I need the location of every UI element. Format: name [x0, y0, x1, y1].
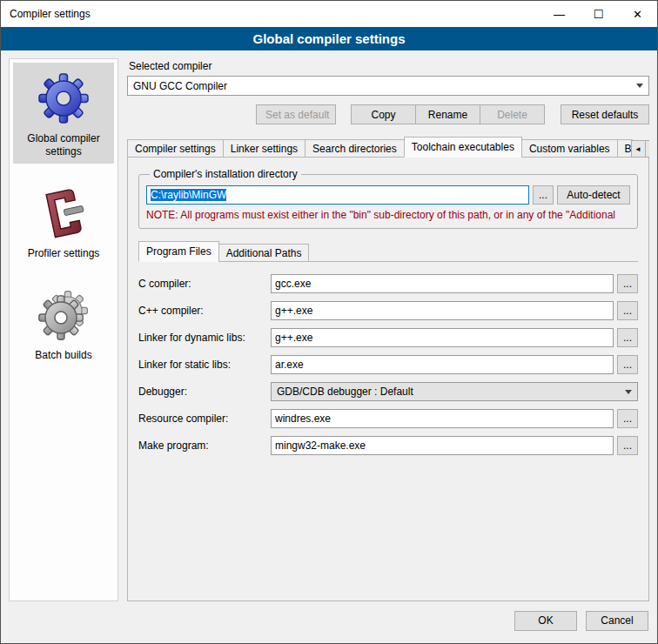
close-button[interactable]: ✕	[618, 2, 657, 27]
c-compiler-label: C compiler:	[138, 278, 271, 290]
debugger-label: Debugger:	[138, 386, 271, 398]
linker-static-label: Linker for static libs:	[138, 359, 271, 371]
selected-compiler-dropdown[interactable]: GNU GCC Compiler	[127, 76, 649, 96]
installation-directory-group-title: Compiler's installation directory	[150, 168, 301, 180]
maximize-icon: ☐	[594, 8, 604, 21]
installation-directory-group: Compiler's installation directory C:\ray…	[138, 168, 638, 229]
main-panel: Selected compiler GNU GCC Compiler Set a…	[127, 58, 649, 601]
sidebar-item-label: Profiler settings	[28, 247, 100, 260]
dialog-footer: OK Cancel	[1, 605, 657, 643]
installation-directory-row: C:\raylib\MinGW ... Auto-detect	[146, 185, 630, 205]
linker-static-input[interactable]: ar.exe	[271, 355, 614, 374]
gray-gear-icon	[37, 286, 91, 344]
c-compiler-browse-button[interactable]: ...	[617, 274, 638, 293]
compiler-settings-window: Compiler settings — ☐ ✕ Global compiler …	[0, 0, 658, 644]
dialog-body: Global compiler settings Profiler settin…	[1, 50, 657, 605]
category-sidebar: Global compiler settings Profiler settin…	[9, 58, 118, 601]
copy-button[interactable]: Copy	[351, 104, 416, 124]
profiler-clamp-icon	[38, 184, 89, 242]
tab-scroll-left-button[interactable]: ◄	[631, 140, 646, 158]
subtab-additional-paths[interactable]: Additional Paths	[218, 244, 310, 262]
tab-search-directories[interactable]: Search directories	[305, 139, 405, 158]
c-compiler-input[interactable]: gcc.exe	[271, 274, 614, 293]
program-files-tabstrip: Program Files Additional Paths	[138, 241, 638, 262]
form-row-c-compiler: C compiler: gcc.exe ...	[138, 274, 638, 293]
sidebar-item-global-compiler-settings[interactable]: Global compiler settings	[13, 63, 114, 164]
cpp-compiler-input[interactable]: g++.exe	[271, 301, 614, 320]
rename-button[interactable]: Rename	[415, 104, 480, 124]
cpp-compiler-label: C++ compiler:	[138, 305, 271, 317]
linker-static-browse-button[interactable]: ...	[617, 355, 638, 374]
selected-compiler-label: Selected compiler	[129, 60, 649, 72]
auto-detect-button[interactable]: Auto-detect	[557, 185, 630, 205]
make-program-label: Make program:	[138, 439, 271, 452]
form-row-make-program: Make program: mingw32-make.exe ...	[138, 436, 638, 455]
close-icon: ✕	[633, 8, 642, 21]
resource-compiler-browse-button[interactable]: ...	[617, 409, 638, 428]
maximize-button[interactable]: ☐	[579, 2, 618, 27]
compiler-button-row: Set as default Copy Rename Delete Reset …	[127, 104, 649, 124]
form-row-cpp-compiler: C++ compiler: g++.exe ...	[138, 301, 638, 320]
debugger-dropdown[interactable]: GDB/CDB debugger : Default	[271, 382, 638, 401]
tab-linker-settings[interactable]: Linker settings	[223, 139, 306, 158]
page-title: Global compiler settings	[1, 27, 657, 50]
sidebar-item-label: Global compiler settings	[15, 132, 112, 158]
tab-custom-variables[interactable]: Custom variables	[521, 139, 618, 158]
toolchain-executables-panel: Compiler's installation directory C:\ray…	[127, 157, 649, 601]
linker-dynamic-input[interactable]: g++.exe	[271, 328, 614, 347]
cancel-button[interactable]: Cancel	[586, 611, 648, 631]
arrow-left-icon: ◄	[634, 145, 641, 153]
selected-compiler-value: GNU GCC Compiler	[133, 80, 631, 92]
resource-compiler-input[interactable]: windres.exe	[271, 409, 614, 428]
chevron-down-icon	[636, 84, 643, 88]
cpp-compiler-browse-button[interactable]: ...	[617, 301, 638, 320]
resource-compiler-label: Resource compiler:	[138, 413, 271, 425]
sidebar-item-label: Batch builds	[35, 349, 91, 362]
sidebar-item-profiler-settings[interactable]: Profiler settings	[13, 178, 114, 265]
program-files-form: C compiler: gcc.exe ... C++ compiler: g+…	[138, 262, 638, 455]
form-row-debugger: Debugger: GDB/CDB debugger : Default	[138, 382, 638, 401]
titlebar: Compiler settings — ☐ ✕	[1, 1, 657, 27]
debugger-value: GDB/CDB debugger : Default	[277, 386, 620, 398]
settings-tabstrip: Compiler settings Linker settings Search…	[127, 137, 649, 158]
tab-compiler-settings[interactable]: Compiler settings	[127, 139, 224, 158]
window-title: Compiler settings	[1, 8, 540, 20]
linker-dynamic-browse-button[interactable]: ...	[617, 328, 638, 347]
reset-defaults-button[interactable]: Reset defaults	[561, 104, 649, 124]
arrow-right-icon: ►	[648, 145, 649, 153]
form-row-linker-static: Linker for static libs: ar.exe ...	[138, 355, 638, 374]
form-row-resource-compiler: Resource compiler: windres.exe ...	[138, 409, 638, 428]
tab-scroll-buttons: ◄ ►	[632, 140, 649, 158]
make-program-browse-button[interactable]: ...	[617, 436, 638, 455]
minimize-button[interactable]: —	[540, 2, 579, 27]
subtab-program-files[interactable]: Program Files	[138, 241, 219, 262]
installation-directory-input[interactable]: C:\raylib\MinGW	[146, 185, 529, 205]
blue-gear-icon	[37, 70, 91, 127]
minimize-icon: —	[554, 8, 565, 21]
form-row-linker-dynamic: Linker for dynamic libs: g++.exe ...	[138, 328, 638, 347]
tab-scroll-right-button[interactable]: ►	[645, 140, 649, 158]
set-as-default-button: Set as default	[256, 104, 336, 124]
installation-directory-note: NOTE: All programs must exist either in …	[146, 209, 630, 221]
tab-toolchain-executables[interactable]: Toolchain executables	[404, 137, 522, 158]
linker-dynamic-label: Linker for dynamic libs:	[138, 332, 271, 344]
delete-button: Delete	[480, 104, 545, 124]
make-program-input[interactable]: mingw32-make.exe	[271, 436, 614, 455]
chevron-down-icon	[625, 390, 632, 394]
installation-directory-browse-button[interactable]: ...	[533, 185, 554, 205]
installation-directory-value: C:\raylib\MinGW	[151, 189, 226, 201]
ok-button[interactable]: OK	[514, 611, 577, 631]
sidebar-item-batch-builds[interactable]: Batch builds	[13, 279, 114, 367]
